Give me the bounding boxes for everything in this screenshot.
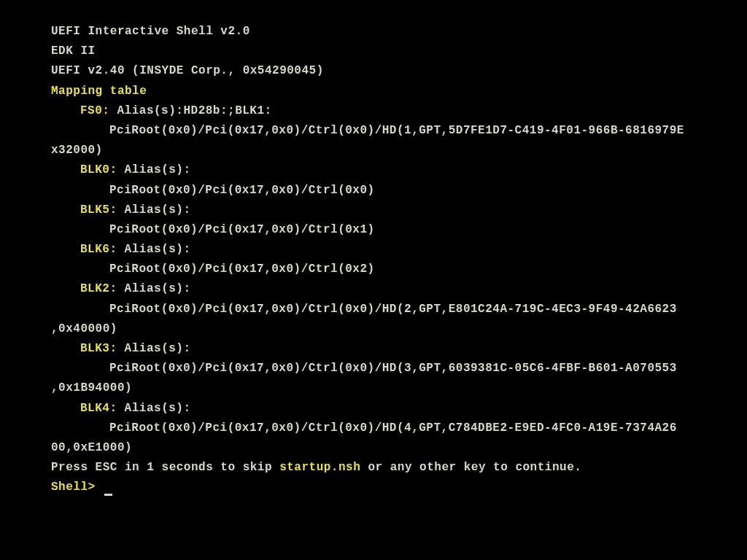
header-line-3: UEFI v2.40 (INSYDE Corp., 0x54290045) xyxy=(51,61,747,81)
blk2-wrap: ,0x40000) xyxy=(51,319,747,339)
blk4-wrap: 00,0xE1000) xyxy=(51,438,747,458)
blk5-alias: Alias(s): xyxy=(117,203,191,217)
press-esc-message: Press ESC in 1 seconds to skip startup.n… xyxy=(51,458,747,478)
blk2-alias: Alias(s): xyxy=(117,282,191,295)
blk5-label: BLK5: xyxy=(80,203,117,217)
blk0-label: BLK0: xyxy=(80,163,117,176)
blk4-path: PciRoot(0x0)/Pci(0x17,0x0)/Ctrl(0x0)/HD(… xyxy=(51,419,747,438)
blk2-path: PciRoot(0x0)/Pci(0x17,0x0)/Ctrl(0x0)/HD(… xyxy=(51,300,747,319)
shell-prompt: Shell> xyxy=(51,481,103,494)
blk4-entry: BLK4: Alias(s): xyxy=(51,399,747,419)
blk6-label: BLK6: xyxy=(80,243,117,256)
blk3-wrap: ,0x1B94000) xyxy=(51,378,747,398)
blk0-alias: Alias(s): xyxy=(117,163,191,176)
fs0-path: PciRoot(0x0)/Pci(0x17,0x0)/Ctrl(0x0)/HD(… xyxy=(51,121,747,141)
cursor-icon xyxy=(104,494,112,496)
press-post: or any other key to continue. xyxy=(360,461,581,474)
fs0-wrap: x32000) xyxy=(51,141,747,160)
mapping-table-title: Mapping table xyxy=(51,82,747,101)
blk0-path: PciRoot(0x0)/Pci(0x17,0x0)/Ctrl(0x0) xyxy=(51,181,747,201)
fs0-alias: Alias(s):HD28b:;BLK1: xyxy=(109,104,271,117)
header-line-2: EDK II xyxy=(51,42,747,61)
blk6-alias: Alias(s): xyxy=(117,243,191,256)
blk4-alias: Alias(s): xyxy=(117,402,191,415)
blk0-entry: BLK0: Alias(s): xyxy=(51,160,747,180)
fs0-entry: FS0: Alias(s):HD28b:;BLK1: xyxy=(51,101,747,121)
blk4-label: BLK4: xyxy=(80,402,117,415)
blk6-path: PciRoot(0x0)/Pci(0x17,0x0)/Ctrl(0x2) xyxy=(51,260,747,279)
press-pre: Press ESC in 1 seconds to skip xyxy=(51,461,279,474)
blk6-entry: BLK6: Alias(s): xyxy=(51,240,747,260)
fs0-label: FS0: xyxy=(80,104,109,117)
blk5-path: PciRoot(0x0)/Pci(0x17,0x0)/Ctrl(0x1) xyxy=(51,220,747,240)
blk3-alias: Alias(s): xyxy=(117,342,191,355)
shell-prompt-line[interactable]: Shell> xyxy=(51,478,747,497)
blk3-entry: BLK3: Alias(s): xyxy=(51,339,747,359)
blk3-label: BLK3: xyxy=(80,342,117,355)
blk5-entry: BLK5: Alias(s): xyxy=(51,201,747,220)
blk2-label: BLK2: xyxy=(80,282,117,295)
header-line-1: UEFI Interactive Shell v2.0 xyxy=(51,22,747,42)
startup-nsh: startup.nsh xyxy=(279,461,360,474)
blk2-entry: BLK2: Alias(s): xyxy=(51,279,747,299)
blk3-path: PciRoot(0x0)/Pci(0x17,0x0)/Ctrl(0x0)/HD(… xyxy=(51,359,747,378)
